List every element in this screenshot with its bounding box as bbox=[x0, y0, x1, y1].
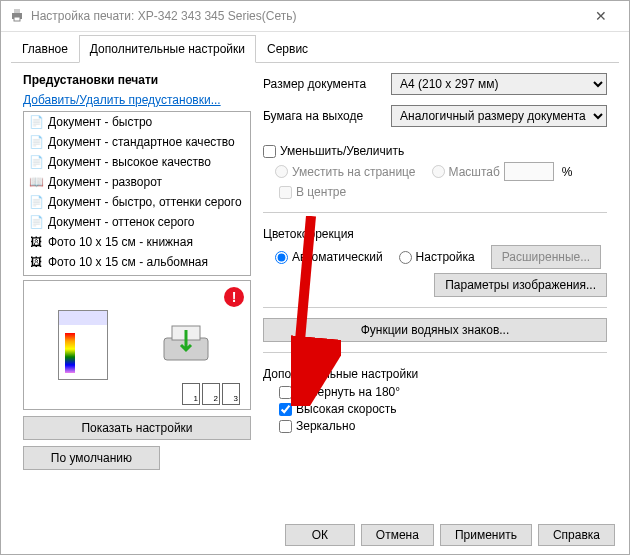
fit-page-radio bbox=[275, 165, 288, 178]
color-correction-group: Цветокоррекция Автоматический Настройка … bbox=[263, 227, 607, 297]
additional-settings-group: Дополнительные настройки Повернуть на 18… bbox=[263, 367, 607, 436]
image-params-button[interactable]: Параметры изображения... bbox=[434, 273, 607, 297]
center-checkbox bbox=[279, 186, 292, 199]
tab-strip: Главное Дополнительные настройки Сервис bbox=[1, 31, 629, 62]
preset-item[interactable]: 🖼Фото 10 x 15 см - альбомная bbox=[24, 252, 250, 272]
bottom-button-bar: ОК Отмена Применить Справка bbox=[285, 524, 615, 546]
preset-item[interactable]: 📄Документ - высокое качество bbox=[24, 152, 250, 172]
center-label: В центре bbox=[296, 185, 346, 199]
preset-list[interactable]: 📄Документ - быстро 📄Документ - стандартн… bbox=[23, 111, 251, 276]
svg-rect-2 bbox=[14, 17, 20, 21]
preset-item[interactable]: 📄Документ - стандартное качество bbox=[24, 132, 250, 152]
preset-label: Документ - быстро, оттенки серого bbox=[48, 195, 242, 209]
preview-printer-icon bbox=[156, 320, 216, 370]
help-button[interactable]: Справка bbox=[538, 524, 615, 546]
photo-icon: 🖼 bbox=[28, 234, 44, 250]
mirror-label: Зеркально bbox=[296, 419, 355, 433]
ok-button[interactable]: ОК bbox=[285, 524, 355, 546]
add-remove-presets-link[interactable]: Добавить/Удалить предустановки... bbox=[23, 93, 251, 107]
preset-item[interactable]: 📄Документ - быстро, оттенки серого bbox=[24, 192, 250, 212]
mirror-checkbox[interactable] bbox=[279, 420, 292, 433]
left-column: Предустановки печати Добавить/Удалить пр… bbox=[23, 73, 251, 492]
output-paper-select[interactable]: Аналогичный размеру документа bbox=[391, 105, 607, 127]
content-area: Предустановки печати Добавить/Удалить пр… bbox=[11, 62, 619, 502]
spread-icon: 📖 bbox=[28, 174, 44, 190]
scale-radio bbox=[432, 165, 445, 178]
window-title: Настройка печати: XP-342 343 345 Series(… bbox=[31, 9, 581, 23]
doc-icon: 📄 bbox=[28, 154, 44, 170]
presets-heading: Предустановки печати bbox=[23, 73, 251, 87]
preset-label: Документ - высокое качество bbox=[48, 155, 211, 169]
preset-label: Документ - быстро bbox=[48, 115, 152, 129]
doc-size-select[interactable]: A4 (210 x 297 мм) bbox=[391, 73, 607, 95]
preview-box: ! 123 bbox=[23, 280, 251, 410]
svg-rect-1 bbox=[14, 9, 20, 13]
high-speed-checkbox[interactable] bbox=[279, 403, 292, 416]
additional-title: Дополнительные настройки bbox=[263, 367, 607, 381]
defaults-button[interactable]: По умолчанию bbox=[23, 446, 160, 470]
scale-input bbox=[504, 162, 554, 181]
doc-icon: 📄 bbox=[28, 114, 44, 130]
watermark-button[interactable]: Функции водяных знаков... bbox=[263, 318, 607, 342]
apply-button[interactable]: Применить bbox=[440, 524, 532, 546]
color-correction-title: Цветокоррекция bbox=[263, 227, 607, 241]
percent-label: % bbox=[562, 165, 573, 179]
tab-main[interactable]: Главное bbox=[11, 35, 79, 63]
scale-label: Масштаб bbox=[449, 165, 500, 179]
printer-icon bbox=[9, 7, 25, 26]
doc-size-label: Размер документа bbox=[263, 77, 383, 91]
alert-icon: ! bbox=[224, 287, 244, 307]
cancel-button[interactable]: Отмена bbox=[361, 524, 434, 546]
doc-icon: 📄 bbox=[28, 134, 44, 150]
page-copies-icon: 123 bbox=[182, 383, 240, 405]
preview-document-icon bbox=[58, 310, 108, 380]
fit-page-label: Уместить на странице bbox=[292, 165, 416, 179]
close-button[interactable]: ✕ bbox=[581, 2, 621, 30]
rotate-180-checkbox[interactable] bbox=[279, 386, 292, 399]
color-custom-radio[interactable] bbox=[399, 251, 412, 264]
high-speed-label: Высокая скорость bbox=[296, 402, 397, 416]
doc-size-row: Размер документа A4 (210 x 297 мм) bbox=[263, 73, 607, 95]
preset-item[interactable]: 📄Документ - оттенок серого bbox=[24, 212, 250, 232]
preset-item[interactable]: 🖼Фото 10 x 15 см - книжная bbox=[24, 232, 250, 252]
preset-label: Фото 10 x 15 см - книжная bbox=[48, 235, 193, 249]
color-auto-label: Автоматический bbox=[292, 250, 383, 264]
doc-gray-icon: 📄 bbox=[28, 214, 44, 230]
advanced-color-button: Расширенные... bbox=[491, 245, 602, 269]
rotate-180-label: Повернуть на 180° bbox=[296, 385, 400, 399]
preset-item[interactable]: 📄Документ - быстро bbox=[24, 112, 250, 132]
preset-label: Документ - стандартное качество bbox=[48, 135, 235, 149]
preset-label: Документ - оттенок серого bbox=[48, 215, 195, 229]
reduce-enlarge-label: Уменьшить/Увеличить bbox=[280, 144, 404, 158]
tab-more-settings[interactable]: Дополнительные настройки bbox=[79, 35, 256, 63]
reduce-enlarge-checkbox[interactable] bbox=[263, 145, 276, 158]
output-paper-row: Бумага на выходе Аналогичный размеру док… bbox=[263, 105, 607, 127]
output-paper-label: Бумага на выходе bbox=[263, 109, 383, 123]
preset-label: Фото 10 x 15 см - альбомная bbox=[48, 255, 208, 269]
doc-gray-icon: 📄 bbox=[28, 194, 44, 210]
print-settings-window: Настройка печати: XP-342 343 345 Series(… bbox=[0, 0, 630, 555]
tab-service[interactable]: Сервис bbox=[256, 35, 319, 63]
show-settings-button[interactable]: Показать настройки bbox=[23, 416, 251, 440]
photo-icon: 🖼 bbox=[28, 254, 44, 270]
preset-item[interactable]: 📖Документ - разворот bbox=[24, 172, 250, 192]
preset-label: Документ - разворот bbox=[48, 175, 162, 189]
color-custom-label: Настройка bbox=[416, 250, 475, 264]
right-column: Размер документа A4 (210 x 297 мм) Бумаг… bbox=[263, 73, 607, 492]
reduce-enlarge-group: Уменьшить/Увеличить Уместить на странице… bbox=[263, 141, 607, 202]
titlebar: Настройка печати: XP-342 343 345 Series(… bbox=[1, 1, 629, 31]
color-auto-radio[interactable] bbox=[275, 251, 288, 264]
